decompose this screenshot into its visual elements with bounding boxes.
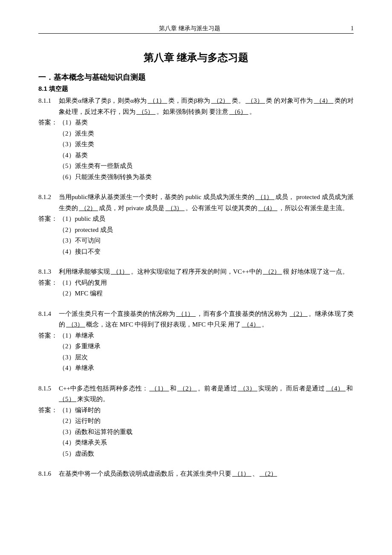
answer-item: （5）派生类有一些新成员 — [38, 161, 354, 172]
answer-label: 答案： — [38, 330, 59, 341]
answer-item: （1）基类 — [59, 117, 354, 128]
chapter-title: 第八章 继承与多态习题 — [38, 51, 354, 64]
section-heading: 一．基本概念与基础知识自测题 — [38, 72, 354, 82]
question-text: 如果类α继承了类β，则类α称为 （1） 类，而类β称为 （2） 类。 （3） 类… — [59, 95, 354, 117]
question-8-1-1: 8.1.1 如果类α继承了类β，则类α称为 （1） 类，而类β称为 （2） 类。… — [38, 95, 354, 182]
answer-item: （1）public 成员 — [59, 214, 354, 225]
answer-item: （3）不可访问 — [38, 235, 354, 246]
answer-item: （1）单继承 — [59, 330, 354, 341]
blank: （3） — [245, 97, 266, 104]
answer-item: （3）层次 — [38, 352, 354, 363]
blank: （4） — [325, 385, 346, 392]
question-number: 8.1.2 — [38, 192, 59, 214]
header-title: 第八章 继承与派生习题 — [38, 25, 341, 32]
answer-item: （3）函数和运算符的重载 — [38, 427, 354, 438]
subsection-heading: 8.1 填空题 — [38, 85, 354, 93]
answer-list: （1）基类 — [59, 117, 354, 128]
blank: （1） — [110, 268, 131, 275]
blank: （2） — [289, 310, 308, 317]
question-8-1-2: 8.1.2 当用public继承从基类派生一个类时，基类的 public 成员成… — [38, 192, 354, 257]
blank: （2） — [259, 470, 278, 477]
answer-label: 答案： — [38, 405, 59, 416]
blank: （1） — [231, 470, 252, 477]
blank: （4） — [241, 321, 262, 328]
answer-label: 答案： — [38, 214, 59, 225]
answer-item: （4）单继承 — [38, 363, 354, 374]
question-8-1-5: 8.1.5 C++中多态性包括两种多态性： （1） 和 （2） 。前者是通过 （… — [38, 383, 354, 460]
question-text: 利用继承能够实现 （1） 。这种实现缩短了程序开发的时间，VC++中的 （2） … — [59, 266, 354, 278]
page: 第八章 继承与派生习题 1 第八章 继承与多态习题 一．基本概念与基础知识自测题… — [0, 0, 392, 515]
question-8-1-3: 8.1.3 利用继承能够实现 （1） 。这种实现缩短了程序开发的时间，VC++中… — [38, 266, 354, 299]
question-number: 8.1.3 — [38, 266, 59, 278]
blank: （2） — [78, 205, 99, 211]
answer-list: （1）单继承 — [59, 330, 354, 341]
answer-item: （4）基类 — [38, 150, 354, 161]
answer-label: 答案： — [38, 278, 59, 289]
answer-item: （4）类继承关系 — [38, 437, 354, 448]
answer-list: （1）代码的复用 — [59, 278, 354, 289]
answer-item: （2）protected 成员 — [38, 225, 354, 236]
answer-item: （2）派生类 — [38, 128, 354, 139]
answer-item: （1）编译时的 — [59, 405, 354, 416]
question-text: 当用public继承从基类派生一个类时，基类的 public 成员成为派生类的 … — [59, 192, 354, 214]
blank: （2） — [176, 385, 198, 392]
blank: （1） — [147, 97, 168, 104]
answer-item: （2）运行时的 — [38, 416, 354, 427]
answer-item: （2）多重继承 — [38, 341, 354, 352]
blank: （2） — [262, 268, 283, 275]
blank: （1） — [175, 310, 196, 317]
question-number: 8.1.6 — [38, 468, 59, 480]
blank: （4） — [313, 97, 334, 104]
answer-label: 答案： — [38, 117, 59, 128]
question-8-1-6: 8.1.6 在基类中将一个成员函数说明成虚函数后，在其派生类中只要 （1） 、 … — [38, 468, 354, 480]
answer-list: （1）public 成员 — [59, 214, 354, 225]
question-number: 8.1.4 — [38, 309, 59, 330]
question-text: 一个派生类只有一个直接基类的情况称为 （1） ，而有多个直接基类的情况称为 （2… — [59, 309, 354, 330]
blank: （1） — [254, 194, 275, 200]
answer-item: （2）MFC 编程 — [38, 288, 354, 299]
blank: （3） — [65, 321, 86, 328]
answer-item: （3）派生类 — [38, 139, 354, 150]
page-header: 第八章 继承与派生习题 1 — [38, 25, 354, 32]
answer-item: （6）只能派生类强制转换为基类 — [38, 172, 354, 183]
question-number: 8.1.5 — [38, 383, 59, 405]
blank: （5） — [135, 108, 156, 115]
question-number: 8.1.1 — [38, 95, 59, 117]
blank: （2） — [210, 97, 232, 104]
answer-item: （1）代码的复用 — [59, 278, 354, 289]
page-number: 1 — [341, 25, 354, 32]
answer-list: （1）编译时的 — [59, 405, 354, 416]
question-text: C++中多态性包括两种多态性： （1） 和 （2） 。前者是通过 （3） 实现的… — [59, 383, 354, 405]
question-text: 在基类中将一个成员函数说明成虚函数后，在其派生类中只要 （1） 、 （2） — [59, 468, 354, 480]
blank: （1） — [148, 385, 170, 392]
blank: （3） — [164, 205, 185, 211]
question-8-1-4: 8.1.4 一个派生类只有一个直接基类的情况称为 （1） ，而有多个直接基类的情… — [38, 309, 354, 374]
blank: （6） — [228, 108, 249, 115]
header-rule — [38, 33, 354, 34]
blank: （3） — [237, 385, 258, 392]
answer-item: （4）接口不变 — [38, 246, 354, 257]
answer-item: （5）虚函数 — [38, 448, 354, 460]
blank: （4） — [257, 205, 278, 211]
